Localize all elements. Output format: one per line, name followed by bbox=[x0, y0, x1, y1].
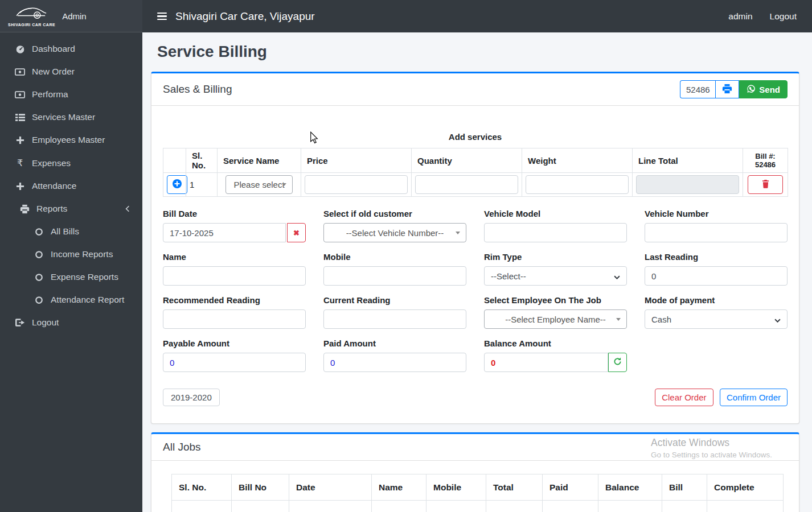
col-weight: Weight bbox=[522, 148, 633, 173]
col-bill-number: Bill #: 52486 bbox=[743, 148, 788, 173]
payment-mode-select[interactable]: Cash bbox=[645, 309, 788, 329]
quantity-input[interactable] bbox=[415, 175, 518, 194]
trash-icon bbox=[762, 180, 769, 190]
current-reading-input[interactable] bbox=[323, 309, 466, 329]
vehicle-model-input[interactable] bbox=[484, 223, 627, 242]
sidebar-item-all-bills[interactable]: All Bills bbox=[0, 220, 142, 243]
mobile-field: Mobile bbox=[323, 252, 466, 286]
caret-down-icon bbox=[456, 232, 460, 234]
x-icon: ✖ bbox=[293, 229, 300, 237]
sidebar-item-new-order[interactable]: New Order bbox=[0, 60, 142, 83]
add-service-row-button[interactable] bbox=[167, 175, 187, 194]
rim-type-field: Rim Type --Select-- bbox=[484, 252, 627, 286]
circle-icon bbox=[33, 296, 44, 304]
sidebar-item-dashboard[interactable]: Dashboard bbox=[0, 38, 142, 60]
sidebar-item-services-master[interactable]: Services Master bbox=[0, 106, 142, 129]
page-title: Service Billing bbox=[157, 43, 812, 61]
billing-form: Bill Date ✖ Select if old customer --Sel… bbox=[163, 209, 788, 382]
col-paid: Paid bbox=[543, 474, 598, 501]
whatsapp-send-button[interactable]: Send bbox=[739, 80, 788, 98]
employee-select[interactable]: --Select Employee Name-- bbox=[484, 309, 627, 329]
last-reading-input[interactable] bbox=[645, 266, 788, 286]
sidebar-item-income-reports[interactable]: Income Reports bbox=[0, 243, 142, 266]
brand-link[interactable]: SHIVAGIRI CAR CARE Admin bbox=[0, 0, 142, 32]
payment-mode-field: Mode of payment Cash bbox=[645, 295, 788, 329]
money-bill-icon bbox=[14, 68, 26, 76]
last-reading-label: Last Reading bbox=[645, 252, 788, 262]
jobs-card-title: All Jobs bbox=[163, 441, 201, 453]
navbar-right: admin Logout bbox=[728, 11, 797, 22]
printer-icon bbox=[19, 204, 30, 214]
sidebar-item-logout[interactable]: Logout bbox=[0, 311, 142, 334]
sign-out-icon bbox=[14, 319, 26, 327]
circle-icon bbox=[33, 250, 44, 259]
sidebar-item-attendance[interactable]: Attendance bbox=[0, 175, 142, 197]
mobile-label: Mobile bbox=[323, 252, 466, 262]
refresh-icon bbox=[613, 357, 622, 368]
sales-billing-card: Sales & Billing Send Add services bbox=[151, 72, 799, 424]
chevron-down-icon bbox=[774, 315, 781, 324]
sidebar-item-label: Expenses bbox=[32, 158, 71, 168]
service-name-select[interactable]: Please select bbox=[225, 175, 293, 194]
financial-year-button[interactable]: 2019-2020 bbox=[163, 389, 220, 406]
price-input[interactable] bbox=[305, 175, 408, 194]
clear-order-button[interactable]: Clear Order bbox=[655, 389, 713, 406]
payment-mode-select-value: Cash bbox=[651, 315, 671, 324]
recommended-reading-input[interactable] bbox=[163, 309, 306, 329]
jobs-row-partial bbox=[172, 501, 784, 512]
sidebar-item-performa[interactable]: Performa bbox=[0, 83, 142, 106]
sidebar-item-employees-master[interactable]: Employees Master bbox=[0, 129, 142, 151]
payable-amount-field: Payable Amount bbox=[163, 338, 306, 372]
clear-date-button[interactable]: ✖ bbox=[287, 223, 306, 242]
recommended-reading-label: Recommended Reading bbox=[163, 295, 306, 305]
caret-down-icon bbox=[616, 318, 621, 321]
tachometer-icon bbox=[14, 44, 26, 54]
delete-row-button[interactable] bbox=[748, 175, 783, 194]
payment-mode-label: Mode of payment bbox=[645, 295, 788, 305]
navbar-title: Shivagiri Car Care, Vijayapur bbox=[175, 10, 315, 23]
confirm-order-button[interactable]: Confirm Order bbox=[720, 389, 788, 406]
navbar-logout-link[interactable]: Logout bbox=[770, 11, 797, 22]
current-reading-field: Current Reading bbox=[323, 295, 466, 329]
col-complete: Complete bbox=[707, 474, 784, 501]
payable-amount-input[interactable] bbox=[163, 353, 306, 372]
sidebar-item-label: New Order bbox=[32, 67, 75, 77]
brand-logo-caption: SHIVAGIRI CAR CARE bbox=[8, 23, 55, 27]
rim-type-label: Rim Type bbox=[484, 252, 627, 262]
order-action-buttons: Clear Order Confirm Order bbox=[655, 389, 788, 406]
jobs-table: Sl. No. Bill No Date Name Mobile Total P… bbox=[171, 474, 784, 512]
paid-amount-input[interactable] bbox=[323, 353, 466, 372]
mobile-input[interactable] bbox=[323, 266, 466, 286]
plus-circle-icon bbox=[172, 179, 182, 191]
vehicle-number-select[interactable]: --Select Vehicle Number-- bbox=[323, 223, 466, 242]
sidebar-item-label: Expense Reports bbox=[51, 272, 118, 282]
col-total: Total bbox=[486, 474, 543, 501]
sidebar-item-expenses[interactable]: ₹ Expenses bbox=[0, 151, 142, 175]
balance-amount-input[interactable] bbox=[484, 353, 608, 372]
list-icon bbox=[14, 113, 26, 122]
brand-admin-label: Admin bbox=[62, 11, 87, 21]
bill-date-input[interactable] bbox=[163, 223, 286, 242]
top-navbar: Shivagiri Car Care, Vijayapur admin Logo… bbox=[142, 0, 812, 32]
recalculate-balance-button[interactable] bbox=[608, 353, 627, 372]
print-button[interactable] bbox=[715, 80, 739, 98]
sidebar-item-reports[interactable]: Reports bbox=[0, 197, 142, 220]
bill-date-field: Bill Date ✖ bbox=[163, 209, 306, 242]
rim-type-select[interactable]: --Select-- bbox=[484, 266, 627, 286]
hamburger-icon[interactable] bbox=[157, 13, 167, 20]
recommended-reading-field: Recommended Reading bbox=[163, 295, 306, 329]
weight-input[interactable] bbox=[526, 175, 629, 194]
bill-number-input[interactable] bbox=[680, 80, 715, 98]
navbar-user-link[interactable]: admin bbox=[728, 11, 752, 22]
name-input[interactable] bbox=[163, 266, 306, 286]
sidebar-item-label: Income Reports bbox=[51, 249, 113, 259]
col-name: Name bbox=[372, 474, 426, 501]
vehicle-number-input[interactable] bbox=[645, 223, 788, 242]
current-reading-label: Current Reading bbox=[323, 295, 466, 305]
sidebar-item-attendance-report[interactable]: Attendance Report bbox=[0, 288, 142, 311]
sales-card-header: Sales & Billing Send bbox=[151, 73, 799, 106]
balance-amount-label: Balance Amount bbox=[484, 338, 627, 348]
sidebar-item-expense-reports[interactable]: Expense Reports bbox=[0, 266, 142, 288]
sidebar-item-label: Services Master bbox=[32, 112, 95, 122]
service-row-number: 1 bbox=[186, 173, 218, 197]
